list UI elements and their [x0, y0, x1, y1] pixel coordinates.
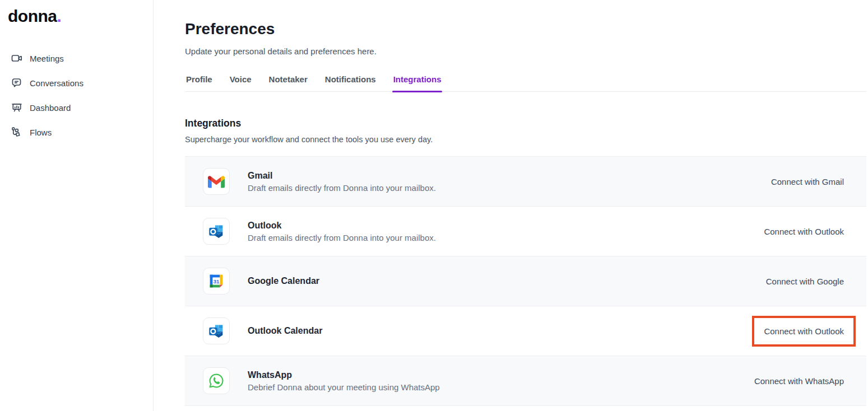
svg-text:31: 31: [213, 278, 220, 284]
integration-description: Draft emails directly from Donna into yo…: [248, 233, 436, 242]
sidebar-nav: Meetings Conversations Dashboard: [8, 46, 147, 144]
integration-row-whatsapp: WhatsApp Debrief Donna about your meetin…: [185, 356, 866, 405]
integration-row-outlook-calendar: Outlook Calendar Connect with Outlook: [185, 306, 866, 356]
outlook-icon: [203, 218, 230, 245]
tab-profile[interactable]: Profile: [185, 74, 213, 91]
video-camera-icon: [11, 53, 22, 64]
sidebar-item-label: Dashboard: [30, 103, 71, 113]
flows-icon: [11, 127, 22, 138]
integrations-section: Integrations Supercharge your workflow a…: [185, 118, 866, 406]
page-title: Preferences: [185, 20, 866, 38]
sidebar-item-dashboard[interactable]: Dashboard: [8, 95, 147, 120]
sidebar-item-conversations[interactable]: Conversations: [8, 71, 147, 95]
integrations-list: Gmail Draft emails directly from Donna i…: [185, 156, 866, 406]
integration-name: Google Calendar: [248, 276, 319, 286]
annotation-highlight-box: Connect with Outlook: [752, 316, 856, 347]
section-subtitle: Supercharge your workflow and connect th…: [185, 135, 866, 144]
sidebar-item-flows[interactable]: Flows: [8, 120, 147, 144]
logo-dot: .: [57, 7, 62, 25]
integration-name: WhatsApp: [248, 370, 440, 380]
google-calendar-icon: 31: [203, 268, 230, 295]
integration-info: Outlook Calendar: [248, 326, 322, 336]
connect-google-button[interactable]: Connect with Google: [766, 277, 844, 286]
connect-outlook-calendar-button[interactable]: Connect with Outlook: [764, 326, 844, 336]
sidebar-item-label: Meetings: [30, 54, 64, 63]
integration-name: Outlook Calendar: [248, 326, 322, 336]
chat-bubble-icon: [11, 77, 22, 88]
integration-row-google-calendar: 31 Google Calendar Connect with Google: [185, 256, 866, 306]
connect-outlook-button[interactable]: Connect with Outlook: [764, 227, 844, 236]
page-subtitle: Update your personal details and prefere…: [185, 46, 866, 56]
integration-description: Draft emails directly from Donna into yo…: [248, 183, 436, 193]
integration-info: WhatsApp Debrief Donna about your meetin…: [248, 370, 440, 392]
whatsapp-icon: [203, 367, 230, 394]
donna-logo[interactable]: donna.: [8, 7, 147, 26]
tab-notifications[interactable]: Notifications: [324, 74, 377, 91]
integration-name: Gmail: [248, 171, 436, 181]
logo-text: donna: [8, 7, 57, 25]
main-content: Preferences Update your personal details…: [154, 0, 868, 411]
sidebar-item-meetings[interactable]: Meetings: [8, 46, 147, 71]
integration-description: Debrief Donna about your meeting using W…: [248, 382, 440, 392]
presentation-chart-icon: [11, 102, 22, 113]
outlook-icon: [203, 317, 230, 344]
gmail-icon: [203, 168, 230, 195]
sidebar-item-label: Conversations: [30, 78, 83, 88]
section-title: Integrations: [185, 118, 866, 129]
sidebar-item-label: Flows: [30, 128, 52, 137]
integration-row-outlook: Outlook Draft emails directly from Donna…: [185, 206, 866, 256]
integration-row-gmail: Gmail Draft emails directly from Donna i…: [185, 156, 866, 206]
tab-integrations[interactable]: Integrations: [392, 74, 443, 91]
tab-voice[interactable]: Voice: [229, 74, 253, 91]
tab-notetaker[interactable]: Notetaker: [268, 74, 309, 91]
integration-info: Outlook Draft emails directly from Donna…: [248, 221, 436, 242]
sidebar: donna. Meetings Conversations Dashboard: [0, 0, 154, 411]
connect-gmail-button[interactable]: Connect with Gmail: [771, 177, 844, 186]
integration-info: Google Calendar: [248, 276, 319, 286]
integration-name: Outlook: [248, 221, 436, 231]
preferences-tabs: Profile Voice Notetaker Notifications In…: [185, 74, 866, 92]
integration-info: Gmail Draft emails directly from Donna i…: [248, 171, 436, 193]
connect-whatsapp-button[interactable]: Connect with WhatsApp: [754, 376, 844, 386]
